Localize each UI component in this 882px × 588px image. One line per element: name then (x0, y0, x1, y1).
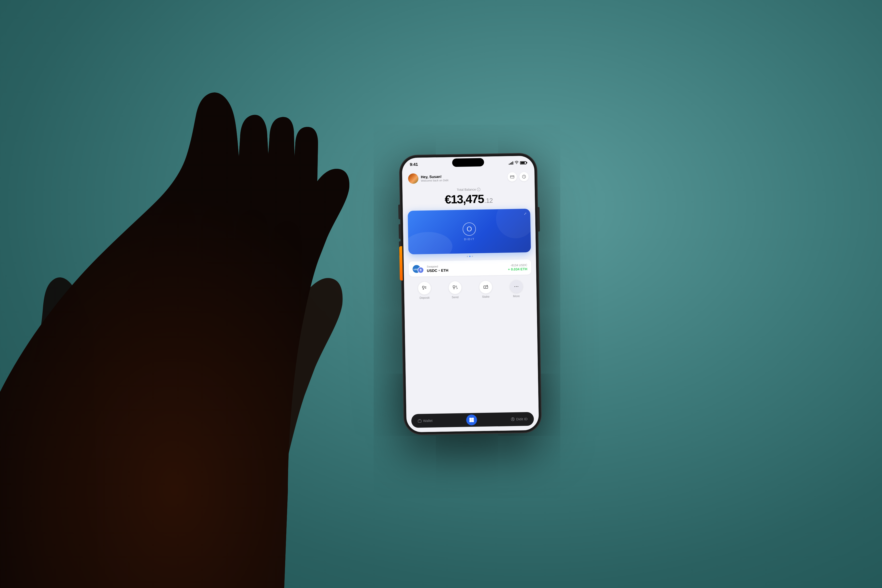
action-buttons: Deposit (404, 277, 537, 303)
signal-icon (509, 161, 513, 164)
status-icons (509, 161, 526, 165)
transaction-item[interactable]: USDC (409, 260, 531, 277)
nav-didit-id[interactable]: Didit ID (506, 415, 532, 423)
greeting-text: Hey, Susan! (421, 174, 448, 179)
card-carousel: ⤢ O DIDIT (403, 208, 536, 258)
svg-rect-18 (418, 420, 421, 422)
transaction-section: USDC (404, 256, 536, 279)
svg-rect-11 (453, 286, 455, 287)
bottom-nav: Wallet (411, 412, 534, 428)
wallet-card[interactable]: ⤢ O DIDIT (408, 209, 531, 255)
svg-rect-20 (472, 418, 474, 420)
tx-minus: -8134 USDC (508, 263, 527, 267)
user-text: Hey, Susan! Welcome back on Didit (421, 174, 448, 182)
more-action[interactable]: More (509, 280, 524, 298)
deposit-icon (422, 285, 427, 291)
tx-pair: USDC ● ETH (427, 267, 505, 273)
svg-point-23 (512, 418, 513, 419)
card-brand: DIDIT (464, 238, 475, 241)
nav-center-icon (469, 417, 474, 423)
didit-id-icon (511, 417, 515, 421)
card-button[interactable] (507, 172, 517, 182)
didit-id-label: Didit ID (516, 417, 528, 421)
phone-device: 9:41 (399, 153, 542, 435)
wallet-nav-icon (418, 419, 422, 423)
stake-action[interactable]: Stake (478, 280, 493, 298)
send-icon (452, 285, 458, 290)
send-label: Send (452, 296, 459, 299)
send-action[interactable]: Send (448, 281, 462, 299)
history-button[interactable] (519, 172, 529, 182)
expand-icon[interactable]: ⤢ (524, 212, 527, 216)
deposit-label: Deposit (420, 296, 429, 300)
tx-icons: USDC (412, 264, 424, 273)
avatar[interactable] (408, 174, 418, 184)
dynamic-island (452, 158, 484, 167)
svg-point-17 (518, 286, 518, 287)
svg-rect-19 (470, 418, 471, 420)
eth-icon (417, 267, 424, 273)
user-info: Hey, Susan! Welcome back on Didit (408, 173, 448, 184)
app-header: Hey, Susan! Welcome back on Didit (402, 169, 535, 187)
deposit-action[interactable]: Deposit (417, 282, 432, 300)
volume-button (399, 246, 403, 280)
wifi-icon (515, 161, 519, 165)
more-icon (513, 284, 519, 290)
svg-rect-8 (422, 286, 424, 288)
balance-section: Total Balance i €13,475 .12 (402, 185, 535, 211)
header-actions (507, 172, 529, 182)
nav-center-button[interactable] (466, 414, 477, 426)
card-icon (510, 175, 514, 179)
balance-main: €13,475 (445, 192, 484, 206)
stake-icon (483, 285, 488, 290)
phone-frame: 9:41 (399, 153, 542, 435)
clock-icon (522, 174, 526, 179)
wallet-nav-label: Wallet (423, 419, 433, 423)
svg-point-15 (514, 286, 515, 287)
stake-btn-icon (479, 280, 492, 294)
stake-label: Stake (482, 295, 489, 298)
more-btn-icon (510, 280, 523, 293)
svg-rect-1 (510, 176, 514, 178)
svg-point-0 (516, 164, 517, 164)
app-screen: 9:41 (402, 156, 539, 432)
balance-amount: €13,475 .12 (408, 191, 529, 207)
svg-rect-21 (470, 420, 471, 422)
battery-icon (520, 161, 526, 164)
more-label: More (513, 294, 520, 298)
subtitle-text: Welcome back on Didit (421, 178, 448, 182)
card-logo: O (462, 222, 476, 236)
tx-plus: + 0.034 ETH (508, 267, 527, 271)
send-btn-icon (448, 281, 462, 294)
svg-marker-6 (420, 268, 422, 270)
svg-rect-22 (472, 420, 474, 422)
balance-info-icon[interactable]: i (477, 188, 480, 191)
tx-amounts: -8134 USDC + 0.034 ETH (508, 263, 528, 271)
balance-decimal: .12 (484, 197, 493, 205)
status-time: 9:41 (410, 162, 418, 167)
tx-details: Swapped USDC ● ETH (427, 264, 505, 273)
deposit-btn-icon (418, 282, 431, 295)
app-content: Hey, Susan! Welcome back on Didit (402, 167, 539, 432)
svg-point-16 (516, 286, 517, 287)
nav-wallet[interactable]: Wallet (413, 417, 438, 425)
